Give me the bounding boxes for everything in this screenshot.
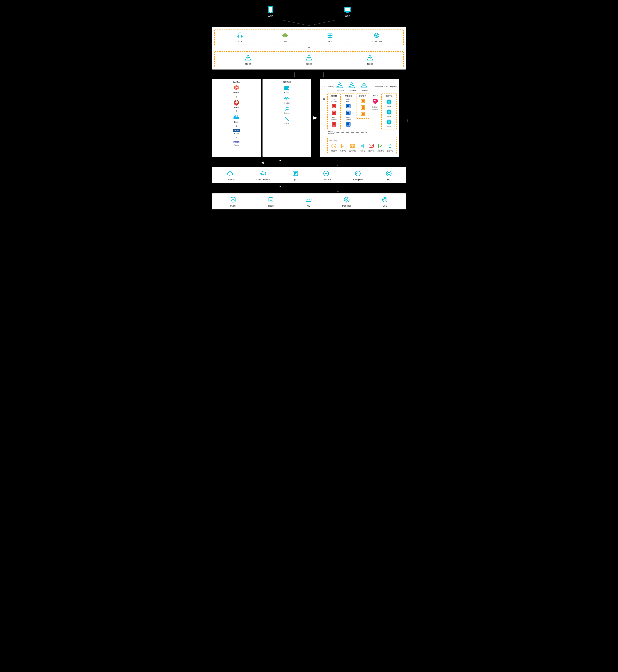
register-label1: 注册 [384, 86, 388, 88]
nginx-row: Nginx Nginx [217, 54, 401, 65]
springboot-icon [354, 169, 362, 178]
nginx-to-main-arrows [212, 73, 406, 78]
mysql-icon [229, 196, 237, 204]
svg-rect-94 [347, 112, 349, 114]
nacos-cluster: 注册中心 [381, 93, 397, 129]
nginx3-label: Nginx [367, 63, 373, 65]
hystrix-label: Hystrix [284, 102, 290, 104]
log-label: 日志中心 [358, 150, 365, 152]
backend-icon [378, 143, 384, 149]
mongodb-service: Mongodb [342, 196, 351, 207]
gateway-group: Gateway Gateway [336, 82, 368, 92]
jenkins-label: Jenkins [233, 106, 239, 108]
svg-rect-59 [284, 87, 289, 88]
elk-label: ELK [387, 178, 391, 181]
redis-service: Redis [267, 196, 275, 207]
svg-point-121 [389, 121, 390, 122]
svg-rect-127 [341, 144, 345, 148]
main-to-middle-arrows [212, 160, 406, 166]
auth-service-box: 认证服务 FeignRibbon [327, 93, 341, 129]
backend-label: 后台管理 [378, 150, 384, 152]
svg-rect-131 [350, 145, 355, 148]
springboot-label: SpringBoot [352, 178, 363, 181]
service-columns-row: 认证服务 FeignRibbon [327, 93, 397, 129]
file-service: 文件中心 [340, 143, 346, 152]
cloudstream-icon [259, 169, 267, 178]
app-label: APP [268, 15, 273, 17]
svg-rect-58 [284, 86, 289, 87]
middleware-layer: Cloud Bus Cloud Stream [212, 167, 406, 183]
global-feign-ribbon: FeignRibbon [327, 130, 397, 134]
svg-point-50 [237, 101, 237, 102]
zipkin-label: Zipkin [293, 178, 298, 181]
svg-point-51 [235, 104, 237, 105]
svg-line-162 [327, 175, 328, 175]
svg-rect-57 [236, 115, 238, 116]
app-feign-ribbon-top: FeignRibbon [346, 98, 351, 103]
svg-rect-52 [233, 117, 239, 119]
hystrix-icon-wrapper: Hystrix [284, 95, 290, 104]
svg-point-158 [325, 173, 327, 174]
svg-point-12 [241, 36, 243, 38]
sleuth-icon [284, 115, 290, 122]
redis-label: Redis [268, 205, 274, 207]
app-svc-icon3 [345, 121, 351, 127]
middleware-to-storage-arrows [212, 186, 406, 192]
mysql-label: Mysql [230, 205, 236, 207]
svg-point-173 [231, 197, 235, 199]
pay-service: 支付系统 [349, 143, 356, 152]
svg-rect-140 [369, 144, 374, 148]
sleuth-icon-wrapper: Sleuth [284, 115, 290, 124]
app-service-box: APP服务 FeignRibbon [342, 93, 355, 129]
svg-marker-148 [336, 165, 339, 166]
file-label: 文件中心 [340, 150, 346, 152]
gw-to-reg-arrow: 注册 [375, 85, 388, 88]
monitor-icon [387, 143, 393, 149]
svg-marker-46 [322, 76, 325, 78]
springboot-service: SpringBoot [352, 169, 363, 181]
slb-icon [236, 31, 244, 39]
sleuth-label: Sleuth [284, 123, 289, 124]
afw-icon [326, 31, 334, 39]
svg-point-25 [376, 35, 377, 36]
turbine-label: Turbine [284, 112, 290, 114]
jenkins-icon-wrapper: Jenkins [233, 99, 240, 108]
infra-services-row: 基础服务 规则引擎 [327, 137, 397, 154]
svg-point-115 [389, 111, 390, 112]
afw-service: AFW [326, 31, 334, 43]
ingress-top-dashed: SLB CDN [214, 29, 404, 45]
nginx3-icon [366, 54, 374, 62]
app-icon [266, 5, 275, 14]
ddos-icon [373, 31, 381, 39]
auth-icon2 [331, 110, 337, 116]
mq-service: MQ [305, 196, 313, 207]
svg-point-168 [386, 171, 391, 176]
web-node: WEB [343, 5, 352, 17]
cloudbus-service: Cloud Bus [225, 169, 235, 181]
svg-marker-44 [293, 76, 296, 78]
nacos3-label: Nacos [387, 126, 391, 128]
gateway1-label: Gateway [336, 90, 343, 92]
svg-rect-54 [235, 116, 236, 117]
devops-arrow4: ↓ [236, 136, 237, 139]
config-icon [284, 85, 290, 92]
svg-line-7 [284, 20, 307, 25]
nacos1-label: Nacos [387, 106, 391, 107]
infra-icons: 规则引擎 [329, 143, 394, 152]
mysql-service: Mysql [229, 196, 237, 207]
svg-rect-1 [269, 7, 272, 12]
svg-point-118 [389, 112, 390, 112]
svg-line-13 [238, 35, 239, 36]
micro-label: 微服务 [322, 93, 326, 97]
cloudstream-label: Cloud Stream [256, 178, 270, 181]
backend-service: 后台管理 [378, 143, 384, 152]
admin-label: Admin [373, 95, 378, 97]
svg-point-177 [309, 199, 310, 200]
app-svc-title: APP服务 [345, 95, 352, 97]
svg-line-8 [311, 20, 334, 25]
nacos3-wrapper: Nacos [386, 119, 392, 128]
nacos2-wrapper: Nacos [386, 109, 392, 117]
jenkins-icon [233, 99, 240, 106]
svg-rect-103 [362, 106, 364, 109]
config-label: Config [284, 92, 289, 94]
